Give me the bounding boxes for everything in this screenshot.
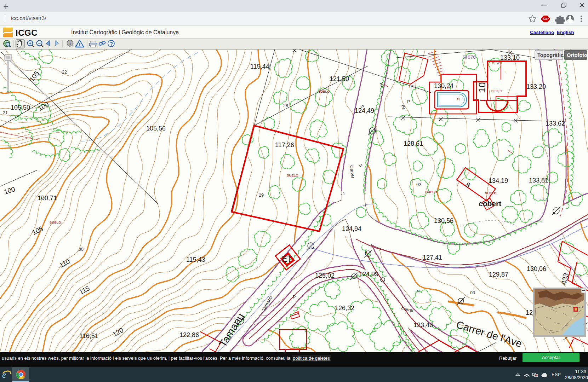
svg-text:127,41: 127,41 — [423, 254, 442, 261]
svg-text:H-T2A: H-T2A — [492, 61, 501, 64]
svg-text:PI: PI — [457, 98, 460, 101]
svg-text:P: P — [293, 295, 296, 300]
svg-text:ZA: ZA — [447, 86, 451, 90]
svg-text:124,49: 124,49 — [355, 107, 374, 114]
svg-text:I: I — [499, 139, 500, 142]
svg-text:Ortofoto: Ortofoto — [567, 52, 587, 58]
svg-text:115,43: 115,43 — [186, 256, 205, 263]
svg-text:105,50: 105,50 — [11, 104, 30, 111]
svg-text:P: P — [407, 99, 410, 104]
svg-text:i: i — [69, 41, 71, 46]
svg-text:116,51: 116,51 — [79, 332, 98, 340]
svg-text:22: 22 — [62, 70, 67, 75]
svg-text:29: 29 — [259, 193, 264, 198]
svg-text:125,02: 125,02 — [315, 272, 335, 279]
svg-text:I: I — [498, 110, 499, 114]
svg-text:133,81: 133,81 — [529, 177, 548, 184]
svg-text:cobert: cobert — [479, 199, 501, 208]
svg-text:54676: 54676 — [462, 54, 476, 60]
svg-text:122,86: 122,86 — [179, 331, 199, 338]
svg-text:SUELO: SUELO — [318, 89, 330, 93]
svg-text:SS+I: SS+I — [575, 274, 582, 278]
svg-text:133,20: 133,20 — [526, 83, 546, 90]
svg-text:Topogràfic: Topogràfic — [537, 52, 564, 58]
svg-text:133,10: 133,10 — [500, 54, 520, 61]
svg-text:28: 28 — [283, 103, 288, 108]
svg-text:100,71: 100,71 — [38, 195, 57, 202]
svg-text:129,87: 129,87 — [489, 271, 508, 278]
svg-text:01: 01 — [409, 84, 414, 89]
svg-text:03: 03 — [470, 290, 475, 295]
svg-text:126,32: 126,32 — [335, 305, 354, 312]
svg-text:21: 21 — [3, 110, 8, 115]
svg-text:H-PB-R: H-PB-R — [491, 89, 502, 93]
svg-text:30: 30 — [79, 247, 84, 252]
svg-text:130,56: 130,56 — [434, 217, 453, 224]
svg-text:105,56: 105,56 — [146, 125, 166, 132]
svg-text:SUELO: SUELO — [50, 220, 61, 224]
svg-text:!: ! — [79, 42, 80, 47]
svg-text:10: 10 — [476, 82, 487, 93]
svg-text:134,19: 134,19 — [489, 177, 508, 184]
svg-text:ABP: ABP — [543, 17, 549, 21]
svg-text:12: 12 — [526, 309, 533, 316]
svg-text:128,61: 128,61 — [404, 140, 423, 147]
svg-text:124,94: 124,94 — [342, 225, 361, 232]
svg-text:SUELO: SUELO — [287, 173, 298, 177]
svg-text:115,44: 115,44 — [250, 63, 269, 70]
svg-text:I: I — [506, 70, 507, 74]
svg-text:117,26: 117,26 — [275, 141, 294, 149]
svg-text:130,06: 130,06 — [527, 265, 546, 272]
svg-text:124,99: 124,99 — [359, 271, 378, 278]
svg-text:123,46: 123,46 — [413, 322, 433, 329]
svg-text:?: ? — [110, 41, 113, 47]
svg-text:ET: ET — [282, 254, 292, 264]
svg-text:133,62: 133,62 — [546, 120, 565, 127]
svg-text:121,50: 121,50 — [330, 75, 349, 82]
svg-text:02: 02 — [416, 182, 421, 187]
svg-text:SUELO: SUELO — [426, 190, 437, 194]
svg-text:SUELO: SUELO — [485, 191, 497, 195]
